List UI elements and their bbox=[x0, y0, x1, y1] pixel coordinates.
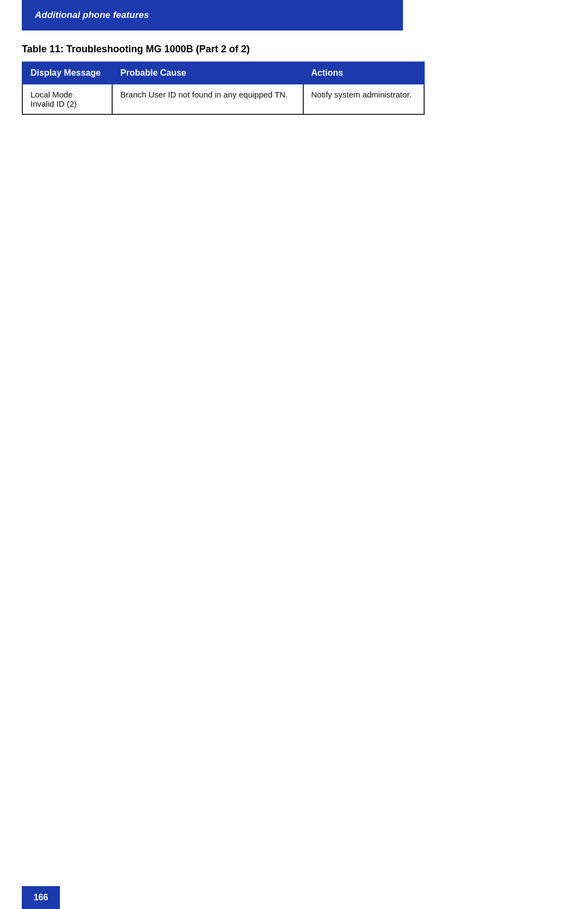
content-area: Table 11: Troubleshooting MG 1000B (Part… bbox=[22, 44, 566, 115]
header-title: Additional phone features bbox=[35, 10, 149, 20]
col-header-probable-cause: Probable Cause bbox=[112, 62, 303, 84]
cell-probable-cause: Branch User ID not found in any equipped… bbox=[112, 84, 303, 114]
table-caption: Table 11: Troubleshooting MG 1000B (Part… bbox=[22, 44, 566, 55]
page-number: 166 bbox=[22, 886, 60, 909]
table-header-row: Display Message Probable Cause Actions bbox=[22, 62, 424, 84]
troubleshooting-table: Display Message Probable Cause Actions L… bbox=[22, 62, 425, 115]
col-header-display-message: Display Message bbox=[22, 62, 112, 84]
header-bar: Additional phone features bbox=[22, 0, 403, 30]
table-row: Local ModeInvalid ID (2)Branch User ID n… bbox=[22, 84, 424, 114]
cell-actions: Notify system administrator. bbox=[303, 84, 425, 114]
cell-display-message: Local ModeInvalid ID (2) bbox=[22, 84, 112, 114]
col-header-actions: Actions bbox=[303, 62, 425, 84]
